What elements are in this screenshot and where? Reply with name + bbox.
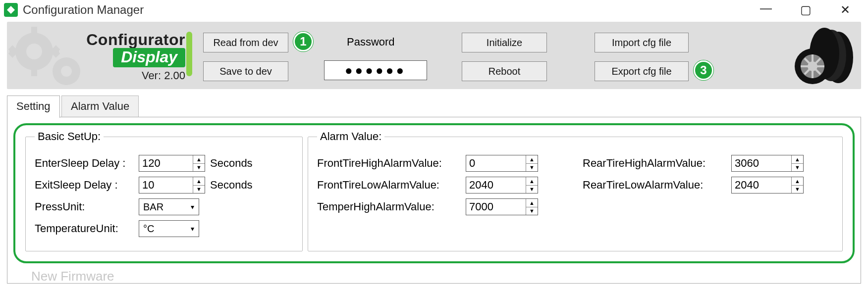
callout-1: 1 [293, 32, 313, 51]
enter-sleep-spinner[interactable]: ▲▼ [139, 155, 205, 172]
front-low-label: FrontTireLowAlarmValue: [317, 179, 466, 192]
front-high-spinner[interactable]: ▲▼ [466, 155, 538, 172]
chevron-down-icon: ▾ [186, 203, 199, 211]
close-button[interactable]: ✕ [835, 3, 855, 17]
titlebar: Configuration Manager — ▢ ✕ [0, 0, 868, 20]
svg-rect-5 [31, 69, 37, 76]
up-arrow-icon[interactable]: ▲ [526, 177, 538, 186]
down-arrow-icon[interactable]: ▼ [792, 186, 803, 193]
rear-high-input[interactable] [732, 155, 791, 171]
svg-point-3 [61, 66, 72, 77]
temp-unit-value: °C [143, 223, 154, 235]
down-arrow-icon[interactable]: ▼ [193, 164, 205, 172]
tab-setting[interactable]: Setting [7, 96, 60, 118]
brand-accent-bar [186, 32, 192, 76]
basic-setup-legend: Basic SetUp: [35, 130, 104, 143]
press-unit-label: PressUnit: [35, 200, 139, 213]
maximize-button[interactable]: ▢ [796, 3, 815, 17]
up-arrow-icon[interactable]: ▲ [792, 177, 803, 186]
svg-point-1 [26, 44, 42, 59]
up-arrow-icon[interactable]: ▲ [193, 177, 205, 186]
read-from-dev-button[interactable]: Read from dev [203, 33, 288, 52]
brand-subtitle: Display [113, 48, 185, 67]
tabstrip: Setting Alarm Value [7, 95, 861, 117]
chevron-down-icon: ▾ [186, 225, 199, 233]
down-arrow-icon[interactable]: ▼ [792, 164, 803, 172]
minimize-button[interactable]: — [756, 1, 776, 15]
rear-low-label: RearTireLowAlarmValue: [583, 179, 731, 192]
exit-sleep-input[interactable] [139, 177, 193, 193]
temper-high-spinner[interactable]: ▲▼ [466, 198, 538, 215]
tab-alarm-value[interactable]: Alarm Value [61, 96, 139, 118]
ghost-text: New Firmware [31, 269, 114, 284]
press-unit-combo[interactable]: BAR ▾ [139, 198, 199, 215]
brand-block: Configurator Display Ver: 2.00 [81, 31, 185, 82]
down-arrow-icon[interactable]: ▼ [526, 186, 538, 193]
enter-sleep-input[interactable] [139, 155, 193, 171]
up-arrow-icon[interactable]: ▲ [792, 155, 803, 164]
down-arrow-icon[interactable]: ▼ [526, 207, 538, 215]
import-cfg-button[interactable]: Import cfg file [595, 33, 689, 52]
temper-high-input[interactable] [466, 199, 526, 215]
front-high-input[interactable] [466, 155, 526, 171]
password-label: Password [347, 36, 395, 48]
svg-rect-4 [31, 27, 37, 34]
basic-setup-group: Basic SetUp: EnterSleep Delay : ▲▼ Secon… [25, 130, 303, 251]
brand-title: Configurator [81, 31, 185, 49]
temper-high-label: TemperHighAlarmValue: [317, 200, 466, 213]
header-strip: Configurator Display Ver: 2.00 Read from… [7, 22, 861, 89]
password-input[interactable]: ●●●●●● [324, 60, 427, 80]
front-high-label: FrontTireHighAlarmValue: [317, 157, 466, 170]
exit-sleep-unit: Seconds [210, 179, 253, 192]
rear-low-spinner[interactable]: ▲▼ [731, 177, 804, 193]
enter-sleep-label: EnterSleep Delay : [35, 157, 139, 170]
press-unit-value: BAR [143, 201, 163, 213]
callout-3: 3 [694, 60, 713, 80]
exit-sleep-label: ExitSleep Delay : [35, 179, 139, 192]
temp-unit-label: TemperatureUnit: [35, 222, 139, 235]
up-arrow-icon[interactable]: ▲ [526, 155, 538, 164]
tires-icon [793, 26, 857, 85]
up-arrow-icon[interactable]: ▲ [526, 199, 538, 207]
save-to-dev-button[interactable]: Save to dev [203, 61, 288, 81]
rear-high-label: RearTireHighAlarmValue: [583, 157, 731, 170]
tab-page-setting: 2 Basic SetUp: EnterSleep Delay : ▲▼ Sec… [7, 117, 861, 284]
down-arrow-icon[interactable]: ▼ [193, 186, 205, 193]
alarm-value-legend: Alarm Value: [317, 130, 384, 143]
rear-low-input[interactable] [732, 177, 791, 193]
reboot-button[interactable]: Reboot [462, 61, 547, 81]
front-low-spinner[interactable]: ▲▼ [466, 177, 538, 193]
highlight-box: Basic SetUp: EnterSleep Delay : ▲▼ Secon… [13, 123, 855, 263]
app-icon [4, 3, 18, 17]
alarm-value-group: Alarm Value: FrontTireHighAlarmValue: ▲▼… [308, 130, 843, 251]
up-arrow-icon[interactable]: ▲ [193, 155, 205, 164]
window-controls: — ▢ ✕ [756, 3, 864, 17]
rear-high-spinner[interactable]: ▲▼ [731, 155, 804, 172]
enter-sleep-unit: Seconds [210, 157, 253, 170]
version-label: Ver: 2.00 [81, 69, 185, 82]
front-low-input[interactable] [466, 177, 526, 193]
window-title: Configuration Manager [23, 3, 144, 17]
exit-sleep-spinner[interactable]: ▲▼ [139, 177, 205, 193]
temp-unit-combo[interactable]: °C ▾ [139, 220, 199, 237]
export-cfg-button[interactable]: Export cfg file [595, 61, 689, 81]
down-arrow-icon[interactable]: ▼ [526, 164, 538, 172]
initialize-button[interactable]: Initialize [462, 33, 547, 52]
